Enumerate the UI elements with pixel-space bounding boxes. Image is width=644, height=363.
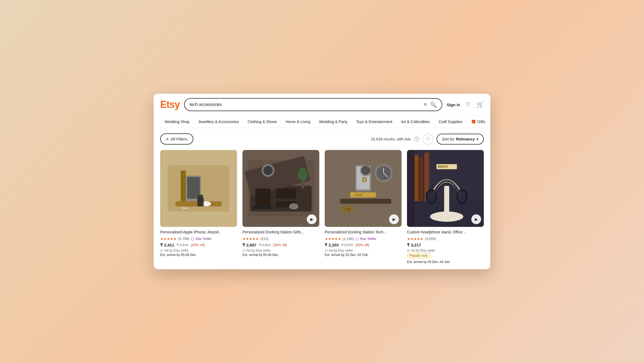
star-rating: ★★★★★: [407, 237, 423, 241]
svg-rect-41: [407, 150, 415, 227]
product-image-wrap: ▶: [242, 150, 319, 227]
product-price: ₹ 2,203 ₹ 3,672 (40% off): [325, 243, 402, 248]
arrival-date: Est. arrival by 05-08 Dec.: [160, 253, 237, 257]
product-card[interactable]: Sara Personalised Apple iPhone, Airpod..…: [160, 150, 237, 264]
play-button[interactable]: ▶: [471, 214, 481, 224]
svg-rect-21: [253, 206, 273, 209]
price-current: ₹ 3,217: [407, 243, 421, 248]
svg-point-38: [361, 166, 370, 175]
product-card[interactable]: BRENT ▶ Custom headphone stand, Office .…: [407, 150, 484, 264]
price-current: ₹ 2,667: [242, 243, 257, 248]
search-input[interactable]: [190, 102, 421, 107]
product-rating: ★★★★★ (4,055): [407, 237, 484, 241]
product-image-wrap: BRENT ▶: [407, 150, 484, 227]
discount-badge: (30% off): [273, 243, 287, 247]
svg-rect-2: [181, 171, 186, 206]
star-rating: ★★★★★: [242, 237, 259, 241]
price-current: ₹ 2,203: [325, 243, 339, 248]
nav-wedding-party[interactable]: Wedding & Party: [315, 116, 352, 128]
nav-jewellery[interactable]: Jewellery & Accessories: [194, 116, 243, 128]
save-results-button[interactable]: ♡: [422, 134, 433, 145]
svg-rect-5: [187, 177, 200, 199]
svg-rect-15: [276, 189, 296, 199]
sign-in-button[interactable]: Sign in: [447, 102, 460, 107]
nav-gifts[interactable]: 🎁 Gifts: [467, 116, 490, 128]
svg-text:BRENT: BRENT: [438, 165, 448, 168]
ad-notice: 🏷 Ad by Etsy seller: [325, 249, 402, 252]
header-actions: Sign in ♡ 🛒: [447, 101, 484, 108]
star-seller-icon: ⬡: [191, 237, 194, 241]
all-filters-label: All Filters: [171, 137, 188, 141]
search-bar: ✕ 🔍: [184, 98, 442, 111]
help-icon[interactable]: ?: [414, 137, 419, 142]
nav-gifts-label: Gifts: [477, 120, 485, 124]
all-filters-button[interactable]: ≡ All Filters: [160, 133, 193, 145]
svg-point-34: [341, 205, 354, 213]
nav-wedding-shop[interactable]: Wedding Shop: [160, 116, 194, 128]
price-original: ₹ 3,810: [259, 243, 271, 247]
star-seller-badge: ⬡ Star Seller: [355, 237, 376, 241]
product-grid: Sara Personalised Apple iPhone, Airpod..…: [160, 150, 484, 264]
svg-rect-43: [420, 158, 423, 201]
play-button[interactable]: ▶: [307, 214, 317, 224]
price-original: ₹ 3,672: [341, 243, 353, 247]
review-count: (213): [260, 237, 269, 241]
nav-art[interactable]: Art & Collectibles: [397, 116, 434, 128]
svg-rect-27: [350, 192, 376, 198]
sort-button[interactable]: Sort by: Relevancy ▾: [437, 134, 484, 145]
svg-text:Sara: Sara: [182, 206, 188, 209]
product-rating: ★★★★★ (5,758) ⬡ Star Seller: [160, 237, 237, 241]
header: Etsy ✕ 🔍 Sign in ♡ 🛒: [154, 94, 490, 116]
nav-toys[interactable]: Toys & Entertainment: [352, 116, 397, 128]
svg-text:D: D: [362, 176, 367, 184]
review-count: (5,758): [178, 237, 189, 241]
ad-icon: 🏷: [160, 249, 163, 252]
svg-point-36: [345, 208, 348, 209]
filter-right: 26,839 results, with Ads ? ♡ Sort by: Re…: [371, 134, 484, 145]
arrival-date: Est. arrival by 26 Dec.-02 Feb.: [325, 253, 402, 257]
clear-search-icon[interactable]: ✕: [423, 102, 427, 107]
product-image-wrap: Sara: [160, 150, 237, 227]
product-card[interactable]: ▶ Personalized Docking Station Gifts... …: [242, 150, 319, 264]
star-rating: ★★★★★: [160, 237, 176, 241]
ad-notice: 🏷 Ad by Etsy seller: [407, 249, 484, 252]
nav-clothing[interactable]: Clothing & Shoes: [243, 116, 281, 128]
product-title: Personalised Apple iPhone, Airpod...: [160, 230, 237, 235]
ad-icon: 🏷: [407, 249, 410, 252]
ad-notice: 🏷 Ad by Etsy seller: [242, 249, 319, 252]
product-title: Personalized Docking Station Tech...: [325, 230, 402, 235]
product-image-wrap: D David: [325, 150, 402, 227]
price-original: ₹ 3,014: [176, 243, 188, 247]
arrival-date: Est. arrival by 05-08 Dec.: [242, 253, 319, 257]
etsy-logo[interactable]: Etsy: [160, 99, 180, 110]
browser-window: Etsy ✕ 🔍 Sign in ♡ 🛒 Wedding Shop Jewell…: [154, 94, 490, 269]
chevron-down-icon: ▾: [476, 137, 478, 141]
main-content: ≡ All Filters 26,839 results, with Ads ?…: [154, 128, 490, 269]
star-seller-icon: ⬡: [355, 237, 359, 241]
nav-home[interactable]: Home & Living: [281, 116, 315, 128]
ad-notice: 🏷 Ad by Etsy seller: [160, 249, 237, 252]
product-price: ₹ 3,217: [407, 243, 484, 248]
play-button[interactable]: ▶: [389, 214, 399, 224]
gift-icon: 🎁: [471, 120, 476, 124]
cart-icon[interactable]: 🛒: [476, 101, 484, 108]
favorites-icon[interactable]: ♡: [466, 101, 471, 108]
product-price: ₹ 2,411 ₹ 3,014 (20% off): [160, 243, 237, 248]
nav-craft[interactable]: Craft Supplies: [434, 116, 467, 128]
price-current: ₹ 2,411: [160, 243, 174, 248]
filter-bar: ≡ All Filters 26,839 results, with Ads ?…: [160, 133, 484, 145]
search-icon[interactable]: 🔍: [430, 101, 437, 108]
product-card[interactable]: D David: [325, 150, 402, 264]
svg-point-22: [289, 203, 298, 209]
svg-rect-46: [444, 186, 449, 217]
arrival-date: Est. arrival by 09 Dec.-04 Jan.: [407, 260, 484, 264]
star-seller-badge: ⬡ Star Seller: [191, 237, 212, 241]
product-price: ₹ 2,667 ₹ 3,810 (30% off): [242, 243, 319, 248]
product-rating: ★★★★★ (213): [242, 237, 319, 241]
ad-icon: 🏷: [242, 249, 245, 252]
svg-rect-33: [340, 199, 392, 204]
sort-label: Sort by: Relevancy: [442, 137, 475, 141]
svg-text:David: David: [355, 193, 362, 196]
star-rating: ★★★★★: [325, 237, 341, 241]
popular-badge: Popular now: [407, 253, 430, 258]
